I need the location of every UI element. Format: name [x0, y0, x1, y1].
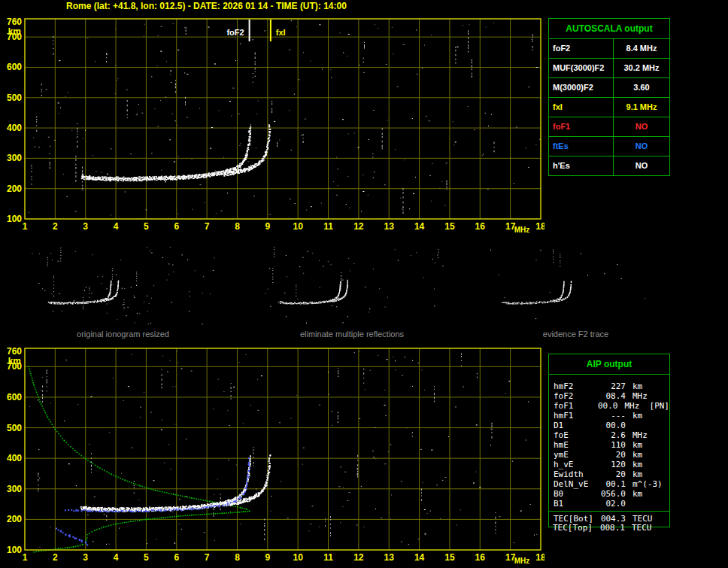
- aip-row: DelN_vE00.1m^(-3): [549, 479, 669, 489]
- aip-row: hmF2227km: [549, 381, 669, 391]
- y-tick-label: 600: [7, 62, 22, 72]
- x-tick-label: 8: [235, 552, 240, 563]
- parameter-name: foF1: [549, 401, 595, 411]
- parameter-value: 9.1 MHz: [614, 98, 669, 117]
- x-tick-label: 15: [444, 552, 455, 563]
- x-tick-label: 3: [83, 221, 88, 232]
- x-axis: 123456789101112131415161718MHz: [23, 552, 544, 565]
- aip-table-rows: hmF2227kmfoF208.4MHzfoF100.0MHz [PN]hmF1…: [549, 375, 669, 527]
- x-tick-label: 1: [23, 552, 28, 563]
- parameter-name: hmF2: [549, 381, 600, 391]
- parameter-unit: MHz: [626, 391, 648, 401]
- x-tick-label: 14: [414, 552, 425, 563]
- x-tick-label: 3: [83, 552, 88, 563]
- x-tick-label: 9: [265, 552, 270, 563]
- y-tick-label: 500: [7, 423, 22, 433]
- parameter-unit: km: [626, 450, 642, 460]
- parameter-label: h'Es: [549, 156, 614, 175]
- x-tick-label: 13: [384, 221, 395, 232]
- parameter-label: foF2: [549, 39, 614, 58]
- aip-row: h_vE120km: [549, 460, 669, 469]
- parameter-value: 120: [600, 460, 626, 469]
- x-tick-label: 6: [174, 221, 179, 232]
- parameter-name: TEC[Top]: [548, 523, 599, 533]
- x-tick-label: 2: [53, 552, 58, 563]
- parameter-unit: km: [626, 381, 642, 391]
- parameter-label: foF1: [549, 117, 614, 136]
- y-tick-label: 300: [7, 153, 22, 163]
- aip-row: D100.0: [549, 421, 669, 430]
- y-tick-label: 300: [7, 484, 22, 494]
- autoscala-row: foF1NO: [549, 117, 669, 137]
- x-tick-label: 5: [144, 221, 149, 232]
- marker-label: fxI: [276, 28, 286, 37]
- parameter-value: 056.0: [600, 489, 626, 499]
- autoscala-table-rows: foF28.4 MHzMUF(3000)F230.2 MHzM(3000)F23…: [549, 39, 669, 175]
- x-tick-label: 15: [444, 221, 455, 232]
- x-tick-label: 7: [205, 552, 210, 563]
- x-tick-label: 1: [23, 221, 28, 232]
- x-tick-label: 6: [174, 552, 179, 563]
- parameter-unit: km: [626, 469, 642, 479]
- autoscala-row: ftEsNO: [549, 137, 669, 156]
- parameter-name: DelN_vE: [549, 479, 600, 489]
- thumbnail-image: [481, 247, 670, 327]
- y-axis: 760700600500400300200100km: [7, 346, 22, 555]
- parameter-value: 00.0: [600, 421, 626, 430]
- x-tick-label: 14: [414, 221, 425, 232]
- parameter-name: D1: [549, 421, 600, 430]
- aip-row: foE2.6MHz: [549, 430, 669, 440]
- aip-table-header: AIP output: [549, 354, 669, 375]
- x-tick-label: 12: [353, 221, 364, 232]
- parameter-unit: MHz: [626, 430, 648, 440]
- parameter-unit: MHz [PN]: [617, 401, 669, 411]
- x-tick-label: 4: [114, 552, 119, 563]
- autoscala-row: MUF(3000)F230.2 MHz: [549, 59, 669, 78]
- thumbnail-caption: evidence F2 trace: [481, 330, 670, 339]
- x-tick-label: 4: [114, 221, 119, 232]
- parameter-value: 00.1: [600, 479, 626, 489]
- parameter-label: MUF(3000)F2: [549, 59, 614, 77]
- autoscala-row: M(3000)F23.60: [549, 78, 669, 98]
- parameter-unit: km: [626, 489, 642, 499]
- x-tick-label: 13: [384, 552, 395, 563]
- parameter-name: B0: [549, 489, 600, 499]
- thumbnail-image: [259, 247, 444, 327]
- station-title: Rome (lat: +41.8, lon: 012.5) - DATE: 20…: [66, 1, 347, 11]
- aip-row: foF100.0MHz [PN]: [549, 401, 669, 411]
- parameter-value: 20: [600, 450, 626, 460]
- aip-row: hmF1---km: [549, 411, 669, 421]
- autoscala-window: Rome (lat: +41.8, lon: 012.5) - DATE: 20…: [0, 0, 728, 568]
- y-tick-label: 100: [7, 545, 22, 555]
- parameter-name: h_vE: [549, 460, 600, 469]
- aip-row: B0056.0km: [549, 489, 669, 499]
- y-tick-label: 760: [7, 17, 22, 27]
- parameter-name: foF2: [549, 391, 600, 401]
- thumbnail-caption: original ionogram resized: [27, 330, 219, 339]
- x-tick-label: 12: [353, 552, 364, 563]
- aip-row: Ewidth20km: [549, 469, 669, 479]
- x-tick-label: 16: [475, 221, 486, 232]
- parameter-label: ftEs: [549, 137, 614, 156]
- y-axis-unit: km: [8, 26, 21, 37]
- parameter-value: 8.4 MHz: [614, 39, 669, 58]
- aip-output-table: AIP output hmF2227kmfoF208.4MHzfoF100.0M…: [548, 354, 670, 527]
- y-tick-label: 400: [7, 123, 22, 133]
- parameter-value: 08.4: [600, 391, 626, 401]
- autoscala-row: foF28.4 MHz: [549, 39, 669, 59]
- aip-tec-top-row: TEC[Top] 008.1 TECU: [548, 523, 669, 533]
- y-tick-label: 400: [7, 453, 22, 463]
- x-tick-label: 18: [535, 221, 544, 232]
- parameter-value: 00.0: [595, 401, 617, 411]
- marker-label: foF2: [226, 28, 244, 37]
- parameter-value: 20: [600, 469, 626, 479]
- y-axis-unit: km: [8, 356, 21, 366]
- autoscala-row: h'EsNO: [549, 156, 669, 175]
- thumbnail-image: [27, 247, 219, 327]
- parameter-label: M(3000)F2: [549, 78, 614, 97]
- x-tick-label: 11: [323, 552, 333, 563]
- parameter-value: 227: [600, 381, 626, 391]
- parameter-value: 3.60: [614, 78, 669, 97]
- aip-row: ymE20km: [549, 450, 669, 460]
- parameter-value: ---: [600, 411, 626, 421]
